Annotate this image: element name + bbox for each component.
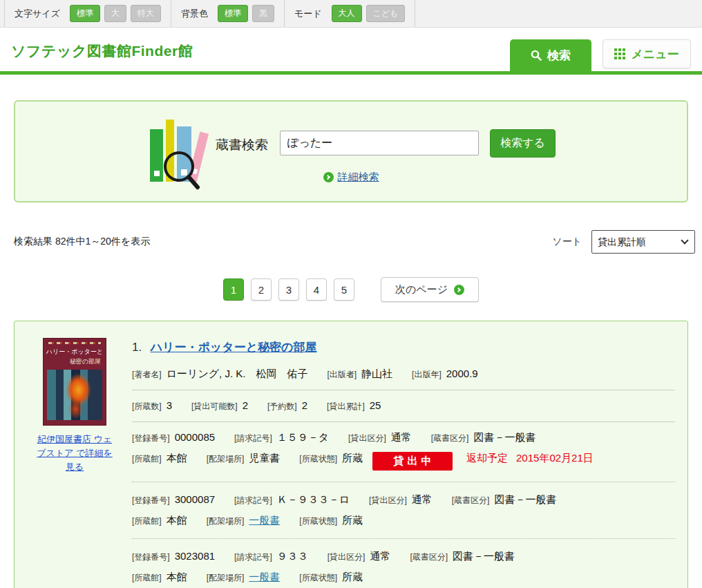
tab-search[interactable]: 検索 xyxy=(510,39,591,71)
loan-type-value: 通常 xyxy=(370,550,390,563)
status-value: 所蔵 xyxy=(342,452,363,465)
holdings-value: 3 xyxy=(167,399,172,411)
mode-adult-button[interactable]: 大人 xyxy=(332,5,362,22)
cover-title-line2: 秘密の部屋 xyxy=(44,357,101,366)
copy-row-location: [所蔵館] 本館 [配架場所] 児童書 [所蔵状態] 所蔵 貸出中 返却予定 2… xyxy=(132,452,675,471)
call-number-label: [請求記号] xyxy=(234,433,272,444)
arrow-circle-icon xyxy=(454,285,464,295)
results-summary: 検索結果 82件中1～20件を表示 xyxy=(14,236,150,248)
pubyear-label: [出版年] xyxy=(412,369,442,381)
font-size-group: 文字サイズ 標準 大 特大 xyxy=(4,0,171,27)
status-label: [所蔵状態] xyxy=(299,515,337,527)
page-button-5[interactable]: 5 xyxy=(334,278,354,301)
call-number-value: １５９－タ xyxy=(277,431,329,444)
page-button-1[interactable]: 1 xyxy=(223,278,244,301)
cover-column: ハリー・ポッターと 秘密の部屋 紀伊国屋書店 ウェブストア で詳細を見る xyxy=(34,338,115,588)
library-value: 本館 xyxy=(167,514,187,527)
reg-number-label: [登録番号] xyxy=(132,433,170,444)
result-title-link[interactable]: ハリー・ポッターと秘密の部屋 xyxy=(151,341,317,354)
collection-search-panel: 蔵書検索 検索する 詳細検索 xyxy=(14,100,688,202)
status-value: 所蔵 xyxy=(342,514,363,527)
search-icon xyxy=(531,50,542,61)
collection-class-label: [蔵書区分] xyxy=(410,551,448,563)
status-label: [所蔵状態] xyxy=(299,453,337,465)
sort-select-wrap: 貸出累計順 xyxy=(591,230,695,254)
font-size-label: 文字サイズ xyxy=(15,8,60,20)
copy-row-location: [所蔵館] 本館 [配架場所] 一般書 [所蔵状態] 所蔵 xyxy=(132,514,675,527)
collection-class-label: [蔵書区分] xyxy=(431,433,469,444)
call-number-value: ９３３ xyxy=(277,550,308,563)
result-title-row: 1. ハリー・ポッターと秘密の部屋 xyxy=(132,339,675,355)
library-label: [所蔵館] xyxy=(132,453,162,465)
mode-group: モード 大人 こども xyxy=(285,0,415,27)
shelf-label: [配架場所] xyxy=(207,515,245,527)
sort-label: ソート xyxy=(552,236,582,248)
collection-class-value: 図書－一般書 xyxy=(453,550,515,563)
book-cover-image: ハリー・ポッターと 秘密の部屋 xyxy=(43,338,106,426)
accessibility-toolbar: 文字サイズ 標準 大 特大 背景色 標準 黒 モード 大人 こども xyxy=(0,0,702,28)
author-label: [著者名] xyxy=(132,369,162,381)
mode-kids-button[interactable]: こども xyxy=(366,5,406,22)
loan-total-label: [貸出累計] xyxy=(327,401,365,412)
grid-icon xyxy=(614,48,625,59)
font-size-large-button[interactable]: 大 xyxy=(104,5,126,22)
return-due-date: 2015年02月21日 xyxy=(516,452,594,465)
advanced-search-link[interactable]: 詳細検索 xyxy=(338,171,379,184)
loan-total-value: 25 xyxy=(370,399,381,411)
pagination: 1 2 3 4 5 次のページ xyxy=(0,277,702,302)
status-label: [所蔵状態] xyxy=(299,572,337,584)
result-index: 1. xyxy=(132,341,142,354)
search-submit-button[interactable]: 検索する xyxy=(490,129,556,158)
divider xyxy=(132,421,675,422)
library-label: [所蔵館] xyxy=(132,572,162,584)
shelf-value: 児童書 xyxy=(249,452,280,465)
reservations-label: [予約数] xyxy=(267,401,297,412)
kinokuniya-store-link[interactable]: 紀伊国屋書店 ウェブストア で詳細を見る xyxy=(36,433,113,474)
reg-number-value: 0000085 xyxy=(175,431,215,443)
shelf-label: [配架場所] xyxy=(207,572,245,584)
sort-select[interactable]: 貸出累計順 xyxy=(591,230,695,254)
divider xyxy=(132,390,675,390)
mode-label: モード xyxy=(294,8,322,20)
next-page-button[interactable]: 次のページ xyxy=(381,277,479,302)
font-size-xlarge-button[interactable]: 特大 xyxy=(131,5,161,22)
next-page-label: 次のページ xyxy=(395,283,448,296)
loan-type-label: [貸出区分] xyxy=(369,495,407,506)
bg-color-black-button[interactable]: 黒 xyxy=(252,5,274,22)
stats-row: [所蔵数] 3 [貸出可能数] 2 [予約数] 2 [貸出累計] 25 xyxy=(132,399,675,412)
library-value: 本館 xyxy=(167,452,187,465)
results-bar: 検索結果 82件中1～20件を表示 ソート 貸出累計順 xyxy=(14,230,688,254)
tab-menu-label: メニュー xyxy=(631,46,679,62)
pubyear-value: 2000.9 xyxy=(446,368,478,379)
reg-number-value: 3023081 xyxy=(175,550,215,562)
divider-dotted xyxy=(132,482,675,482)
font-size-standard-button[interactable]: 標準 xyxy=(70,5,100,22)
page-button-3[interactable]: 3 xyxy=(278,278,299,301)
copy-row-ids: [登録番号] 3000087 [請求記号] Ｋ－９３３－ロ [貸出区分] 通常 … xyxy=(132,493,675,506)
result-content: 1. ハリー・ポッターと秘密の部屋 [著者名] ローリング, J. K. 松岡 … xyxy=(115,338,679,588)
tab-menu[interactable]: メニュー xyxy=(603,39,691,68)
copy-block-2: [登録番号] 3000087 [請求記号] Ｋ－９３３－ロ [貸出区分] 通常 … xyxy=(132,493,675,527)
bg-color-standard-button[interactable]: 標準 xyxy=(218,5,248,22)
collection-class-label: [蔵書区分] xyxy=(452,495,490,506)
copy-row-ids: [登録番号] 3023081 [請求記号] ９３３ [貸出区分] 通常 [蔵書区… xyxy=(132,550,675,563)
site-title: ソフテック図書館Finder館 xyxy=(11,41,193,61)
shelf-link[interactable]: 一般書 xyxy=(249,514,280,527)
available-label: [貸出可能数] xyxy=(191,401,238,412)
call-number-value: Ｋ－９３３－ロ xyxy=(277,493,350,506)
page-button-2[interactable]: 2 xyxy=(251,278,272,301)
page-button-4[interactable]: 4 xyxy=(306,278,327,301)
shelf-link[interactable]: 一般書 xyxy=(249,571,280,584)
call-number-label: [請求記号] xyxy=(234,495,272,506)
search-input[interactable] xyxy=(280,131,479,155)
copy-block-3: [登録番号] 3023081 [請求記号] ９３３ [貸出区分] 通常 [蔵書区… xyxy=(132,550,675,584)
collection-class-value: 図書－一般書 xyxy=(494,493,556,506)
publisher-value: 静山社 xyxy=(361,368,392,381)
available-value: 2 xyxy=(243,399,248,411)
status-value: 所蔵 xyxy=(342,571,363,584)
bg-color-label: 背景色 xyxy=(181,8,208,20)
header-tabs: 検索 メニュー xyxy=(510,39,691,71)
advanced-search-row: 詳細検索 xyxy=(15,171,687,184)
copy-block-1: [登録番号] 0000085 [請求記号] １５９－タ [貸出区分] 通常 [蔵… xyxy=(132,431,675,471)
loan-type-label: [貸出区分] xyxy=(328,551,366,563)
